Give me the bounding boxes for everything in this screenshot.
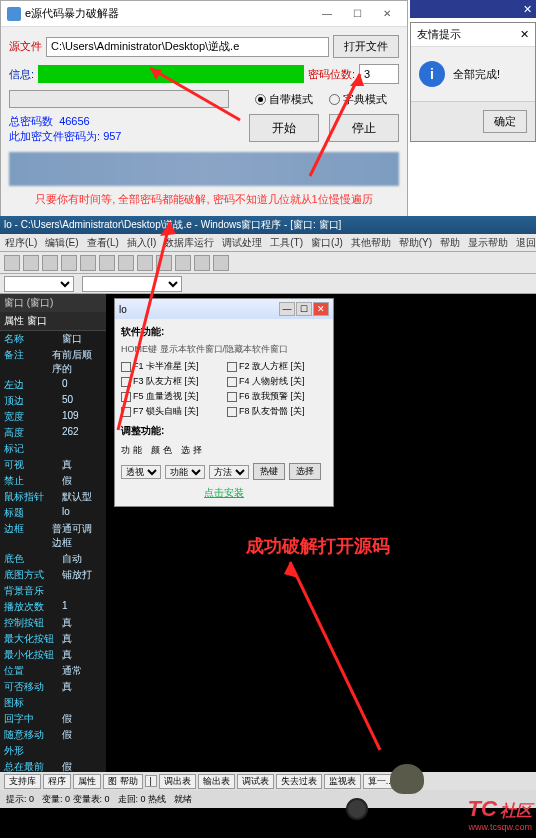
tool-icon[interactable] <box>175 255 191 271</box>
bottom-tab[interactable]: 输出表 <box>198 774 235 789</box>
property-row[interactable]: 高度262 <box>0 425 106 441</box>
hotkey-button[interactable]: 热键 <box>253 463 285 480</box>
property-row[interactable]: 鼠标指针默认型 <box>0 489 106 505</box>
property-row[interactable]: 最小化按钮真 <box>0 647 106 663</box>
checkbox-item[interactable]: F3 队友方框 [关] <box>121 375 221 388</box>
menu-item[interactable]: 程序(L) <box>2 236 40 250</box>
property-row[interactable]: 可视真 <box>0 457 106 473</box>
menu-item[interactable]: 插入(I) <box>124 236 159 250</box>
menu-item[interactable]: 显示帮助 <box>465 236 511 250</box>
combo-3[interactable]: 方法 <box>209 465 249 479</box>
start-button[interactable]: 开始 <box>249 114 319 142</box>
extra-input[interactable] <box>9 90 229 108</box>
ide-toolbar[interactable] <box>0 252 536 274</box>
maximize-icon[interactable]: ☐ <box>343 5 371 23</box>
menu-item[interactable]: 帮助 <box>437 236 463 250</box>
tool-icon[interactable] <box>118 255 134 271</box>
checkbox-item[interactable]: F1 卡半准星 [关] <box>121 360 221 373</box>
property-row[interactable]: 宽度109 <box>0 409 106 425</box>
event-combo[interactable] <box>82 276 182 292</box>
bottom-tab[interactable]: 属性 <box>73 774 101 789</box>
maximize-icon[interactable]: ☐ <box>296 302 312 316</box>
tab-window[interactable]: 窗口 (窗口) <box>0 294 106 312</box>
property-row[interactable]: 随意移动假 <box>0 727 106 743</box>
close-icon[interactable]: ✕ <box>520 28 529 41</box>
close-icon[interactable]: ✕ <box>523 3 532 16</box>
ide-console <box>0 808 536 838</box>
design-canvas[interactable]: lo — ☐ ✕ 软件功能: HOME键 显示本软件窗口/隐藏本软件窗口 F1 … <box>106 294 536 774</box>
minimize-icon[interactable]: — <box>313 5 341 23</box>
checkbox-item[interactable]: F8 队友骨骼 [关] <box>227 405 327 418</box>
tool-icon[interactable] <box>137 255 153 271</box>
checkbox-item[interactable]: F4 人物射线 [关] <box>227 375 327 388</box>
bottom-tab[interactable]: 失去过表 <box>276 774 322 789</box>
property-row[interactable]: 左边0 <box>0 377 106 393</box>
property-row[interactable]: 播放次数1 <box>0 599 106 615</box>
property-row[interactable]: 底图方式铺放打 <box>0 567 106 583</box>
tool-icon[interactable] <box>80 255 96 271</box>
stop-button[interactable]: 停止 <box>329 114 399 142</box>
close-icon[interactable]: ✕ <box>373 5 401 23</box>
ok-button[interactable]: 确定 <box>483 110 527 133</box>
property-row[interactable]: 图标 <box>0 695 106 711</box>
property-row[interactable]: 最大化按钮真 <box>0 631 106 647</box>
menu-item[interactable]: 退回帮助 <box>513 236 536 250</box>
tool-icon[interactable] <box>61 255 77 271</box>
select-button[interactable]: 选择 <box>289 463 321 480</box>
open-file-button[interactable]: 打开文件 <box>333 35 399 58</box>
bottom-tab[interactable]: | <box>145 775 157 787</box>
property-row[interactable]: 禁止假 <box>0 473 106 489</box>
property-row[interactable]: 可否移动真 <box>0 679 106 695</box>
menu-item[interactable]: 工具(T) <box>267 236 306 250</box>
property-row[interactable]: 标记 <box>0 441 106 457</box>
minimize-icon[interactable]: — <box>279 302 295 316</box>
property-row[interactable]: 位置通常 <box>0 663 106 679</box>
bottom-tab[interactable]: 调试表 <box>237 774 274 789</box>
property-row[interactable]: 标题lo <box>0 505 106 521</box>
property-row[interactable]: 顶边50 <box>0 393 106 409</box>
tool-icon[interactable] <box>213 255 229 271</box>
tool-icon[interactable] <box>42 255 58 271</box>
menu-item[interactable]: 查看(L) <box>84 236 122 250</box>
bottom-tab[interactable]: 监视表 <box>324 774 361 789</box>
property-row[interactable]: 底色自动 <box>0 551 106 567</box>
tool-icon[interactable] <box>4 255 20 271</box>
property-row[interactable]: 边框普通可调边框 <box>0 521 106 551</box>
tool-icon[interactable] <box>194 255 210 271</box>
ide-menubar[interactable]: 程序(L)编辑(E)查看(L)插入(I)数据库运行调试处理工具(T)窗口(J)其… <box>0 234 536 252</box>
mode-dict-radio[interactable]: 字典模式 <box>329 92 387 107</box>
menu-item[interactable]: 调试处理 <box>219 236 265 250</box>
bottom-tab[interactable]: 程序 <box>43 774 71 789</box>
menu-item[interactable]: 其他帮助 <box>348 236 394 250</box>
checkbox-item[interactable]: F6 敌我预警 [关] <box>227 390 327 403</box>
property-row[interactable]: 备注有前后顺序的 <box>0 347 106 377</box>
combo-2[interactable]: 功能 <box>165 465 205 479</box>
property-row[interactable]: 回字中假 <box>0 711 106 727</box>
property-row[interactable]: 背景音乐 <box>0 583 106 599</box>
checkbox-item[interactable]: F5 血量透视 [关] <box>121 390 221 403</box>
object-combo[interactable] <box>4 276 74 292</box>
property-row[interactable]: 名称窗口 <box>0 331 106 347</box>
menu-item[interactable]: 编辑(E) <box>42 236 81 250</box>
mode-self-radio[interactable]: 自带模式 <box>255 92 313 107</box>
install-link[interactable]: 点击安装 <box>121 486 327 500</box>
property-row[interactable]: 外形 <box>0 743 106 759</box>
checkbox-item[interactable]: F2 敌人方框 [关] <box>227 360 327 373</box>
combo-1[interactable]: 透视 <box>121 465 161 479</box>
menu-item[interactable]: 窗口(J) <box>308 236 346 250</box>
bottom-tab[interactable]: 调出表 <box>159 774 196 789</box>
checkbox-label: F2 敌人方框 [关] <box>239 360 305 373</box>
password-digits-input[interactable] <box>359 64 399 84</box>
tool-icon[interactable] <box>23 255 39 271</box>
menu-item[interactable]: 数据库运行 <box>161 236 217 250</box>
menu-item[interactable]: 帮助(Y) <box>396 236 435 250</box>
source-file-input[interactable] <box>46 37 329 57</box>
form-designer[interactable]: lo — ☐ ✕ 软件功能: HOME键 显示本软件窗口/隐藏本软件窗口 F1 … <box>114 298 334 507</box>
property-row[interactable]: 控制按钮真 <box>0 615 106 631</box>
checkbox-item[interactable]: F7 锁头自瞄 [关] <box>121 405 221 418</box>
bottom-tab[interactable]: 图 帮助 <box>103 774 143 789</box>
close-icon[interactable]: ✕ <box>313 302 329 316</box>
bottom-tab[interactable]: 支持库 <box>4 774 41 789</box>
tool-icon[interactable] <box>156 255 172 271</box>
tool-icon[interactable] <box>99 255 115 271</box>
